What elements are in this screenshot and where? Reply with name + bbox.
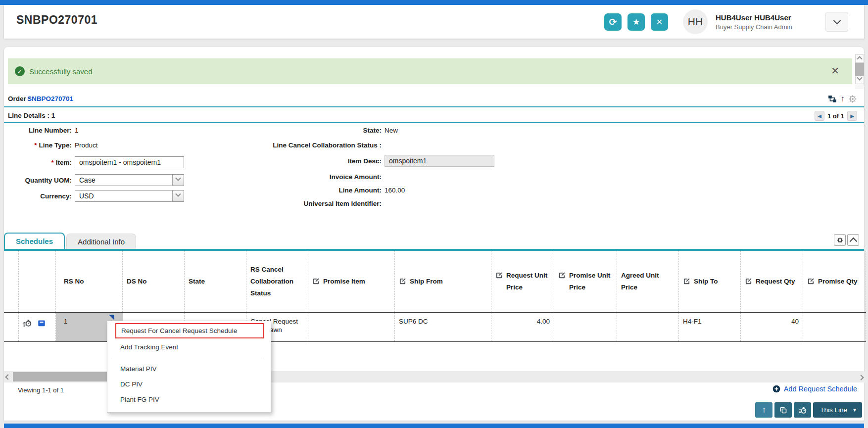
bottom-blue-bar bbox=[4, 424, 864, 428]
currency-label: Currency: bbox=[14, 192, 72, 200]
tracking-milestone-icon[interactable] bbox=[23, 318, 32, 328]
close-window-button[interactable]: ✕ bbox=[651, 13, 668, 31]
line-number-value: 1 bbox=[75, 127, 79, 134]
vertical-scrollbar-thumb[interactable] bbox=[855, 63, 864, 76]
chevron-left-icon[interactable] bbox=[5, 374, 10, 380]
collapse-panel-button[interactable] bbox=[847, 234, 859, 246]
menu-item-material-piv[interactable]: Material PIV bbox=[107, 361, 271, 377]
copy-button[interactable] bbox=[774, 402, 792, 418]
col-request-unit-price: Request Unit Price bbox=[491, 251, 554, 312]
move-up-icon[interactable]: ↑ bbox=[841, 94, 845, 104]
required-marker: * bbox=[51, 159, 53, 166]
scroll-up-button[interactable] bbox=[855, 54, 864, 63]
success-banner: ✓ Successfully saved ✕ bbox=[8, 58, 852, 84]
bottom-toolbar: ↑ This Line ▼ bbox=[755, 402, 862, 418]
menu-item-dc-piv[interactable]: DC PIV bbox=[107, 377, 271, 392]
menu-item-add-tracking-event[interactable]: Add Tracking Event bbox=[107, 339, 271, 355]
chevron-down-icon bbox=[175, 175, 181, 181]
request-unit-price-cell[interactable]: 4.00 bbox=[491, 313, 554, 341]
refresh-button[interactable]: ⟳ bbox=[604, 13, 622, 31]
line-details-title: Line Details : 1 bbox=[8, 112, 55, 119]
row-context-menu: Request For Cancel Request Schedule Add … bbox=[107, 321, 271, 413]
promise-unit-price-cell[interactable] bbox=[554, 313, 617, 341]
next-line-button[interactable]: ▶ bbox=[847, 111, 857, 121]
banner-close-icon[interactable]: ✕ bbox=[831, 66, 839, 76]
edit-icon bbox=[558, 272, 566, 279]
ship-from-cell[interactable]: SUP6 DC bbox=[395, 313, 491, 341]
gear-icon[interactable] bbox=[848, 95, 857, 103]
promise-item-cell[interactable] bbox=[308, 313, 395, 341]
col-ds-no: DS No bbox=[123, 251, 185, 312]
viewing-count: Viewing 1-1 of 1 bbox=[18, 386, 64, 394]
item-desc-label: Item Desc: bbox=[233, 157, 382, 165]
table-header-row: RS No DS No State RS Cancel Collaboratio… bbox=[4, 251, 866, 313]
order-number-link[interactable]: SNBPO270701 bbox=[27, 95, 73, 102]
line-amount-label: Line Amount: bbox=[233, 187, 382, 194]
plus-circle-icon bbox=[772, 385, 780, 393]
table-settings-button[interactable] bbox=[834, 234, 846, 246]
edit-icon bbox=[399, 278, 406, 285]
col-rs-no: RS No bbox=[56, 251, 123, 312]
edit-icon bbox=[312, 278, 320, 285]
chevron-down-icon bbox=[857, 75, 862, 81]
row-gutter-cell bbox=[4, 313, 19, 341]
currency-select[interactable]: USD bbox=[75, 190, 184, 202]
quantity-uom-label: Quantity UOM: bbox=[14, 177, 72, 184]
currency-value: USD bbox=[75, 192, 172, 200]
page-title: SNBPO270701 bbox=[16, 13, 97, 27]
vertical-scrollbar[interactable] bbox=[855, 54, 864, 89]
edit-icon bbox=[745, 278, 752, 285]
user-role: Buyer Supply Chain Admin bbox=[716, 23, 799, 31]
col-promise-unit-price: Promise Unit Price bbox=[554, 251, 617, 312]
col-promise-item: Promise Item bbox=[308, 251, 395, 312]
chevron-down-icon bbox=[175, 191, 181, 196]
top-blue-bar bbox=[0, 0, 868, 5]
quantity-uom-value: Case bbox=[75, 176, 172, 184]
package-box-icon[interactable] bbox=[37, 319, 46, 328]
quantity-uom-select[interactable]: Case bbox=[75, 174, 184, 186]
universal-item-identifier-label: Universal Item Identifier: bbox=[233, 200, 382, 207]
avatar: HH bbox=[683, 9, 708, 34]
promise-qty-cell[interactable] bbox=[803, 313, 866, 341]
chevron-right-icon[interactable] bbox=[858, 375, 864, 380]
line-cancel-collab-label: Line Cancel Collaboration Status : bbox=[233, 142, 382, 149]
add-request-schedule-link[interactable]: Add Request Schedule bbox=[772, 385, 857, 393]
state-label: State: bbox=[233, 127, 382, 134]
row-actions-header bbox=[19, 251, 56, 312]
row-actions-cell bbox=[19, 313, 56, 341]
scroll-to-top-button[interactable]: ↑ bbox=[755, 402, 772, 418]
tab-schedules[interactable]: Schedules bbox=[4, 233, 65, 249]
edit-icon bbox=[807, 278, 815, 285]
ship-to-cell[interactable]: H4-F1 bbox=[679, 313, 741, 341]
up-arrow-icon: ↑ bbox=[762, 405, 767, 415]
line-amount-value: 160.00 bbox=[385, 187, 405, 194]
line-details-header-row: Line Details : 1 ◀ 1 of 1 ▶ bbox=[4, 112, 864, 123]
context-menu-corner-icon[interactable] bbox=[109, 315, 114, 320]
item-input[interactable] bbox=[75, 156, 184, 168]
caret-down-icon: ▼ bbox=[852, 407, 857, 413]
col-state: State bbox=[185, 251, 246, 312]
request-qty-cell[interactable]: 40 bbox=[741, 313, 803, 341]
invoice-amount-label: Invoice Amount: bbox=[233, 173, 382, 181]
previous-line-button[interactable]: ◀ bbox=[815, 111, 824, 121]
menu-item-request-for-cancel-request-schedule[interactable]: Request For Cancel Request Schedule bbox=[115, 323, 264, 338]
this-line-dropdown[interactable]: This Line ▼ bbox=[813, 402, 862, 418]
order-row-tools: ↑ bbox=[827, 94, 858, 104]
chevron-up-icon bbox=[849, 237, 857, 245]
col-agreed-unit-price: Agreed Unit Price bbox=[617, 251, 679, 312]
scroll-down-button[interactable] bbox=[855, 76, 864, 84]
hierarchy-icon[interactable] bbox=[827, 95, 837, 103]
tracking-button[interactable] bbox=[794, 402, 811, 418]
line-type-value: Product bbox=[75, 142, 98, 149]
order-header-row: Order : SNBPO270701 ↑ bbox=[4, 95, 864, 107]
line-number-label: Line Number: bbox=[14, 127, 72, 134]
menu-item-plant-fg-piv[interactable]: Plant FG PIV bbox=[107, 392, 271, 407]
profile-menu-button[interactable] bbox=[825, 12, 848, 32]
tab-additional-info[interactable]: Additional Info bbox=[66, 234, 136, 249]
refresh-icon: ⟳ bbox=[609, 16, 617, 28]
col-ship-from: Ship From bbox=[395, 251, 491, 312]
item-label: *Item: bbox=[14, 159, 72, 166]
favorite-button[interactable]: ★ bbox=[627, 13, 645, 31]
edit-icon bbox=[683, 278, 690, 285]
check-circle-icon: ✓ bbox=[15, 66, 25, 76]
